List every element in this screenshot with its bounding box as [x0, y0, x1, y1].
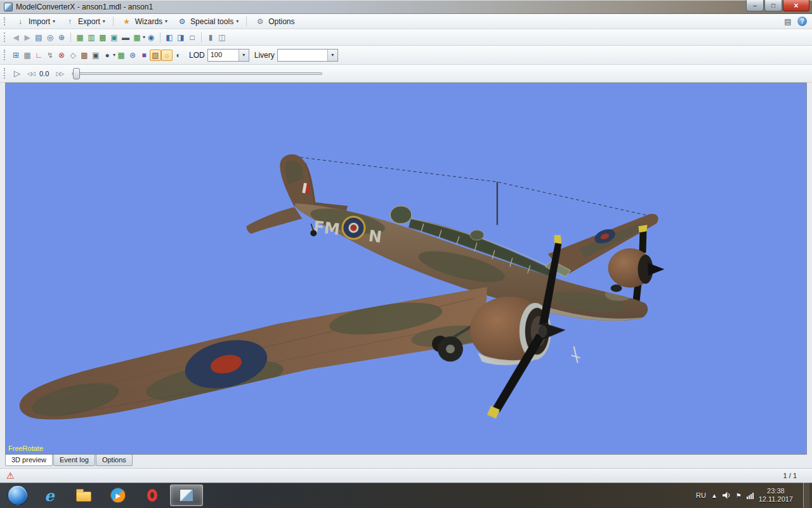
box-icon[interactable]: ◫	[216, 32, 228, 43]
chevron-down-icon[interactable]: ▾	[327, 50, 337, 61]
system-tray: RU ▲ ⚑ 23:38 12.11.2017	[696, 483, 812, 508]
start-button[interactable]	[8, 485, 28, 505]
snowflake-icon[interactable]: ⊛	[127, 50, 138, 61]
attach-icon[interactable]: ↯	[44, 50, 56, 61]
texture-grid-icon[interactable]: ▦	[115, 50, 127, 61]
fit-view-icon[interactable]: ⊞	[10, 50, 22, 61]
tray-expand-icon[interactable]: ▲	[711, 492, 717, 499]
display-icon[interactable]: ▣	[90, 50, 102, 61]
slider-thumb[interactable]	[73, 68, 80, 79]
menu-wizards[interactable]: ★ Wizards ▾	[117, 15, 172, 29]
clock-date: 12.11.2017	[759, 495, 793, 504]
livery-combobox[interactable]: ▾	[277, 49, 338, 62]
action-center-flag-icon[interactable]: ⚑	[736, 492, 742, 499]
livery-label: Livery	[254, 51, 275, 60]
menu-export-label: Export	[78, 17, 100, 26]
table-columns-icon[interactable]: ▥	[86, 32, 97, 43]
options-icon: ⚙	[254, 16, 266, 27]
lock-icon[interactable]: ▮	[205, 32, 216, 43]
export-icon: ↑	[64, 16, 75, 27]
next-frame-icon[interactable]: ▷▷	[53, 67, 67, 80]
toolbar-grip[interactable]	[4, 17, 7, 26]
zoom-fit-icon[interactable]: ⊕	[56, 32, 67, 43]
taskbar-modelconverterx[interactable]	[170, 485, 203, 506]
picture-icon[interactable]: ▣	[108, 32, 120, 43]
minimize-button[interactable]: –	[746, 0, 764, 11]
close-button[interactable]: ×	[783, 0, 809, 11]
toolbar-grip[interactable]	[4, 32, 7, 42]
box-purple-icon[interactable]: ■	[138, 50, 150, 61]
panel-left-icon[interactable]: ◧	[164, 32, 175, 43]
table-icon[interactable]: ▦	[74, 32, 86, 43]
wireframe-box-icon[interactable]: ◇	[67, 50, 79, 61]
grid-icon[interactable]: ▦	[22, 50, 33, 61]
globe-icon[interactable]: ◉	[145, 32, 157, 43]
window-title: ModelConverterX - anson1.mdl - anson1	[16, 3, 153, 11]
menu-special-tools[interactable]: ⚙ Special tools ▾	[172, 15, 243, 29]
warning-icon[interactable]: ⚠	[6, 471, 15, 480]
lod-combobox[interactable]: 100 ▾	[207, 49, 249, 62]
menu-export[interactable]: ↑ Export ▾	[60, 15, 110, 29]
toolbar-grip[interactable]	[4, 50, 7, 60]
help-icon[interactable]: ?	[797, 17, 807, 26]
show-desktop-button[interactable]	[803, 483, 809, 508]
globe-dark-icon[interactable]: ◐	[173, 50, 184, 61]
view-mode-label: FreeRotate	[8, 444, 43, 452]
keyboard-icon[interactable]: ▬	[120, 32, 131, 43]
separator	[160, 32, 160, 43]
import-icon: ↓	[15, 16, 26, 27]
port-tailplane	[246, 207, 302, 234]
minimize-icon: –	[753, 2, 757, 9]
texture-box-icon[interactable]: ▧	[150, 50, 161, 61]
close-icon: ×	[794, 1, 798, 10]
chevron-down-icon: ▾	[103, 18, 105, 24]
fragment-icon[interactable]: ⊗	[56, 50, 67, 61]
monitor-icon[interactable]: □	[187, 32, 198, 43]
viewport-3d[interactable]: FM N	[5, 83, 807, 455]
tab-event-log[interactable]: Event log	[53, 455, 95, 466]
sun-icon[interactable]: ☼	[161, 50, 173, 61]
menu-import[interactable]: ↓ Import ▾	[10, 15, 60, 29]
grid-menu-icon[interactable]: ▦	[131, 32, 143, 43]
taskbar-ie[interactable]: e	[33, 485, 66, 506]
clock[interactable]: 23:38 12.11.2017	[759, 487, 793, 504]
sphere-menu-icon[interactable]: ●	[102, 50, 113, 61]
network-icon[interactable]	[747, 492, 754, 499]
slider-track[interactable]	[72, 72, 322, 75]
volume-icon[interactable]	[723, 491, 731, 499]
previous-frame-icon[interactable]: ◁◁	[24, 67, 38, 80]
separator	[246, 17, 247, 26]
timeline-slider[interactable]	[72, 67, 322, 80]
chevron-down-icon[interactable]: ▾	[239, 50, 249, 61]
separator	[70, 32, 71, 43]
menu-import-label: Import	[29, 17, 50, 26]
pages-icon[interactable]: ▤	[782, 16, 794, 27]
axes-icon[interactable]: ∟	[33, 50, 44, 61]
separator	[201, 32, 202, 43]
work-area: FM N	[0, 83, 812, 483]
modelconverterx-icon	[180, 489, 193, 502]
taskbar-media-player[interactable]: ▶	[102, 485, 134, 506]
separator	[113, 17, 114, 26]
material-icon[interactable]: ▩	[79, 50, 90, 61]
toolbar-grip[interactable]	[4, 68, 7, 78]
tab-3d-preview[interactable]: 3D preview	[5, 454, 53, 466]
panel-right-icon[interactable]: ◨	[175, 32, 187, 43]
menu-options[interactable]: ⚙ Options	[250, 15, 299, 29]
lod-label: LOD	[189, 51, 205, 60]
taskbar-explorer[interactable]	[67, 485, 100, 506]
back-icon[interactable]: ◀	[10, 32, 22, 43]
zoom-icon[interactable]: ◎	[44, 32, 56, 43]
titlebar[interactable]: ModelConverterX - anson1.mdl - anson1 – …	[0, 0, 812, 14]
document-icon[interactable]: ▤	[33, 32, 44, 43]
forward-icon[interactable]: ▶	[22, 32, 33, 43]
language-indicator[interactable]: RU	[696, 491, 706, 499]
chevron-down-icon: ▾	[236, 18, 239, 24]
maximize-button[interactable]: □	[764, 0, 782, 11]
taskbar-opera[interactable]	[136, 485, 169, 506]
table-image-icon[interactable]: ▩	[97, 32, 108, 43]
media-player-icon: ▶	[110, 488, 126, 503]
chevron-down-icon: ▾	[165, 18, 167, 24]
tab-options[interactable]: Options	[96, 455, 133, 466]
play-icon[interactable]: ▷	[10, 67, 24, 80]
